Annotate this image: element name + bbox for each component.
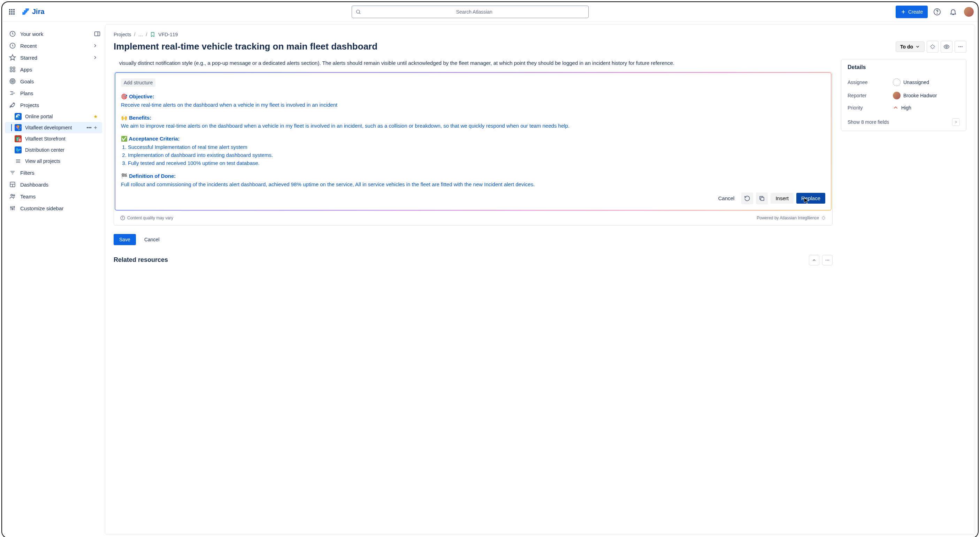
ai-retry-button[interactable] [741,193,753,204]
more-actions-button[interactable] [955,41,966,53]
svg-point-32 [11,194,13,196]
view-all-projects[interactable]: View all projects [5,156,102,167]
help-icon [933,8,941,16]
dod-text: Full rollout and commissioning of the in… [121,181,535,187]
notifications-button[interactable] [948,6,958,17]
star-filled-icon[interactable]: ★ [94,114,98,119]
sparkle-icon [929,44,936,50]
svg-rect-14 [13,70,15,72]
reporter-value: Brooke Hadwor [903,93,937,98]
breadcrumb-sep: / [146,32,147,37]
ai-insert-button[interactable]: Insert [770,193,794,204]
svg-rect-7 [95,32,100,36]
details-title: Details [841,59,966,76]
chevron-down-icon [915,44,920,49]
project-online-portal[interactable]: 🌊 Online portal ★ [5,111,102,122]
copy-icon [759,195,765,202]
list-icon [14,158,22,164]
priority-label: Priority [848,105,893,110]
acceptance-item: Fully tested and received 100% uptime on… [128,159,825,167]
sparkle-icon [821,215,826,220]
svg-point-35 [10,207,11,208]
collapse-button[interactable] [809,255,819,265]
cancel-button[interactable]: Cancel [139,234,165,245]
svg-point-50 [829,260,829,260]
info-icon [120,215,125,220]
detail-priority[interactable]: Priority High [841,102,966,113]
user-avatar[interactable] [964,7,974,17]
sidebar-label: Plans [20,90,33,96]
breadcrumb-issue-key[interactable]: VFD-119 [158,32,178,37]
sidebar-item-dashboards[interactable]: Dashboards [5,178,102,190]
svg-point-42 [960,46,961,48]
breadcrumb-projects[interactable]: Projects [114,32,131,37]
page-title: Implement real-time vehicle tracking on … [114,41,890,52]
app-switcher-icon[interactable] [6,6,18,18]
ai-copy-button[interactable] [756,193,768,204]
related-more-button[interactable] [822,255,833,265]
create-button[interactable]: Create [896,6,928,18]
plus-icon[interactable] [93,125,98,130]
more-icon[interactable]: ••• [86,125,92,131]
breadcrumb-sep: / [134,32,135,37]
eye-icon [943,44,950,50]
more-icon [957,44,964,50]
breadcrumb: Projects / … / VFD-119 [114,32,966,37]
sidebar-item-your-work[interactable]: Your work [5,28,92,40]
watch-button[interactable] [940,41,953,53]
acceptance-item: Successful Implementation of real time a… [128,143,825,151]
project-distribution-center[interactable]: 🐦 Distribution center [5,144,102,156]
sidebar-label: Goals [20,78,34,84]
objective-label: 🎯 Objective: [121,94,154,99]
sidebar-label: Teams [20,194,35,199]
assignee-value: Unassigned [903,80,929,85]
project-label: Vitafleet development [25,125,72,131]
detail-reporter[interactable]: Reporter Brooke Hadwor [841,89,966,102]
svg-rect-11 [10,67,12,69]
ai-cancel-button[interactable]: Cancel [714,193,739,204]
target-icon [9,78,16,85]
sidebar-item-recent[interactable]: Recent [5,40,102,52]
svg-point-47 [123,217,123,217]
save-button[interactable]: Save [114,234,136,245]
project-label: Vitafleet Storefront [25,136,65,142]
project-vitafleet-storefront[interactable]: 🛍️ Vitafleet Storefront [5,133,102,144]
sidebar-item-teams[interactable]: Teams [5,190,102,202]
sidebar-item-goals[interactable]: Goals [5,75,102,87]
svg-point-40 [946,46,948,48]
show-more-fields[interactable]: Show 8 more fields [841,113,966,131]
sidebar-item-apps[interactable]: Apps [5,64,102,75]
sidebar: Your work Recent Starred Apps Goals [2,22,105,537]
svg-line-1 [359,13,360,14]
search-input[interactable]: Search Atlassian [352,6,589,18]
project-vitafleet-dev[interactable]: 🪁 Vitafleet development ••• [5,122,102,133]
chevron-right-icon [92,43,98,48]
benefits-label: 🙌 Benefits: [121,115,151,121]
sidebar-item-starred[interactable]: Starred [5,52,102,64]
breadcrumb-ellipsis[interactable]: … [138,32,143,37]
sidebar-item-filters[interactable]: Filters [5,167,102,178]
ai-replace-button[interactable]: Replace [796,193,825,204]
dod-label: 🏁 Definition of Done: [121,173,176,179]
sidebar-item-plans[interactable]: Plans [5,87,102,99]
sidebar-item-customize[interactable]: Customize sidebar [5,202,102,214]
sidebar-item-projects[interactable]: Projects [5,99,102,111]
bell-icon [949,8,957,16]
ai-action-chip[interactable]: Add structure [121,78,156,87]
svg-rect-13 [10,70,12,72]
help-button[interactable] [932,6,942,17]
svg-point-48 [826,260,826,260]
status-label: To do [900,44,913,49]
ai-button[interactable] [927,41,939,53]
detail-assignee[interactable]: Assignee Unassigned [841,76,966,89]
svg-rect-12 [13,67,15,69]
priority-value: High [901,105,912,110]
panel-toggle-icon[interactable] [92,29,102,39]
plans-icon [9,89,16,97]
apps-icon [9,66,16,73]
status-button[interactable]: To do [896,41,924,52]
acceptance-label: ✅ Acceptance Criteria: [121,135,180,142]
jira-logo[interactable]: Jira [22,8,45,16]
objective-text: Receive real-time alerts on the dashboar… [121,102,337,108]
rocket-icon [9,102,16,108]
